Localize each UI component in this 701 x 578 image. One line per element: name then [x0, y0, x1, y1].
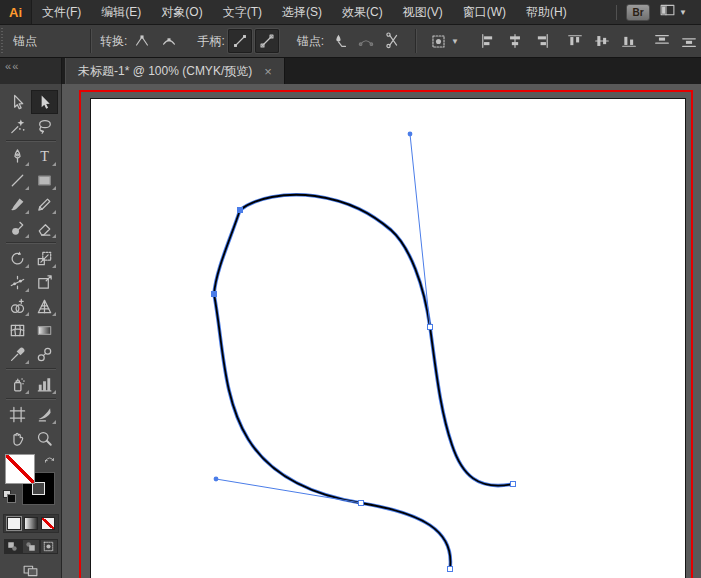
- tool-flyout-indicator: [25, 186, 29, 190]
- remove-anchor-button[interactable]: [327, 29, 351, 53]
- bridge-button[interactable]: Br: [626, 4, 650, 21]
- anchor-point[interactable]: [359, 501, 364, 506]
- pencil-tool[interactable]: [31, 192, 58, 216]
- draw-inside-button[interactable]: [40, 539, 58, 554]
- main-menus: 文件(F)编辑(E)对象(O)文字(T)选择(S)效果(C)视图(V)窗口(W)…: [32, 0, 577, 24]
- magic-wand-tool[interactable]: [4, 114, 31, 138]
- hide-handles-button[interactable]: [255, 29, 279, 53]
- lasso-tool[interactable]: [31, 114, 58, 138]
- align-top-button[interactable]: [563, 29, 587, 53]
- isolate-caret-icon: ▼: [451, 37, 459, 46]
- hand-tool[interactable]: [4, 426, 31, 450]
- gradient-button[interactable]: [24, 517, 38, 530]
- connect-endpoints-button[interactable]: [354, 29, 378, 53]
- blend-tool[interactable]: [31, 342, 58, 366]
- direct-selection-tool[interactable]: [31, 90, 58, 114]
- slice-tool[interactable]: [31, 402, 58, 426]
- menu-item-select[interactable]: 选择(S): [272, 0, 332, 24]
- rotate-tool[interactable]: [4, 246, 31, 270]
- direction-handle-end[interactable]: [214, 477, 219, 482]
- symbol-sprayer-tool[interactable]: [4, 372, 31, 396]
- distribute-center-button[interactable]: [677, 29, 701, 53]
- align-middle-button[interactable]: [590, 29, 614, 53]
- paintbrush-tool[interactable]: [4, 192, 31, 216]
- menu-item-view[interactable]: 视图(V): [393, 0, 453, 24]
- button-gap: [554, 29, 560, 53]
- menu-bar-right: Br ▼: [616, 2, 701, 23]
- anchor-panel-label: 锚点: [13, 33, 37, 50]
- shape-builder-tool[interactable]: [4, 294, 31, 318]
- color-button[interactable]: [7, 517, 21, 530]
- tool-grid: T: [4, 90, 58, 450]
- tools-panel: T: [0, 84, 62, 578]
- pen-tool[interactable]: [4, 144, 31, 168]
- blob-brush-tool[interactable]: [4, 216, 31, 240]
- perspective-grid-tool[interactable]: [31, 294, 58, 318]
- fill-color-swatch[interactable]: [5, 454, 35, 484]
- svg-text:T: T: [40, 148, 49, 164]
- artboard-tool[interactable]: [4, 402, 31, 426]
- menu-item-effect[interactable]: 效果(C): [332, 0, 393, 24]
- distribute-top-button[interactable]: [650, 29, 674, 53]
- direction-handle-end[interactable]: [408, 132, 413, 137]
- isolate-selection-button[interactable]: ▼: [423, 29, 459, 53]
- rectangle-tool[interactable]: [31, 168, 58, 192]
- anchor-point[interactable]: [511, 482, 516, 487]
- menu-item-help[interactable]: 帮助(H): [516, 0, 577, 24]
- default-fill-stroke-button[interactable]: [3, 490, 17, 503]
- handles-button-group: [225, 29, 279, 53]
- tab-close-button[interactable]: ×: [264, 65, 272, 78]
- convert-to-corner-button[interactable]: [130, 29, 154, 53]
- menu-item-edit[interactable]: 编辑(E): [91, 0, 151, 24]
- handles-label: 手柄:: [197, 33, 224, 50]
- anchor-point-selected[interactable]: [238, 208, 243, 213]
- workspace-switcher[interactable]: ▼: [659, 2, 687, 23]
- anchor-point-selected[interactable]: [212, 292, 217, 297]
- anchor-point[interactable]: [448, 567, 453, 572]
- screen-mode-button[interactable]: [22, 562, 39, 578]
- zoom-tool[interactable]: [31, 426, 58, 450]
- menu-item-window[interactable]: 窗口(W): [453, 0, 516, 24]
- menu-item-file[interactable]: 文件(F): [32, 0, 91, 24]
- tool-flyout-indicator: [52, 312, 56, 316]
- fill-stroke-indicator: [3, 454, 59, 510]
- canvas-area[interactable]: [62, 84, 701, 578]
- document-tab[interactable]: 未标题-1* @ 100% (CMYK/预览) ×: [65, 58, 285, 84]
- type-tool[interactable]: T: [31, 144, 58, 168]
- selection-tool[interactable]: [4, 90, 31, 114]
- width-tool[interactable]: [4, 270, 31, 294]
- anchor-point[interactable]: [428, 325, 433, 330]
- control-bar-grip[interactable]: [1, 28, 3, 54]
- eraser-tool[interactable]: [31, 216, 58, 240]
- tool-flyout-indicator: [25, 162, 29, 166]
- align-bottom-button[interactable]: [617, 29, 641, 53]
- app-logo[interactable]: Ai: [0, 0, 32, 24]
- gradient-tool[interactable]: [31, 318, 58, 342]
- free-transform-tool[interactable]: [31, 270, 58, 294]
- column-graph-tool[interactable]: [31, 372, 58, 396]
- align-right-button[interactable]: [530, 29, 554, 53]
- align-left-button[interactable]: [476, 29, 500, 53]
- menu-bar: Ai 文件(F)编辑(E)对象(O)文字(T)选择(S)效果(C)视图(V)窗口…: [0, 0, 701, 25]
- draw-normal-button[interactable]: [4, 539, 22, 554]
- draw-behind-button[interactable]: [22, 539, 40, 554]
- swap-fill-stroke-button[interactable]: [43, 454, 56, 472]
- menu-separator: [616, 5, 617, 20]
- menu-item-object[interactable]: 对象(O): [151, 0, 212, 24]
- control-bar-separator: [90, 29, 92, 53]
- tool-flyout-indicator: [52, 420, 56, 424]
- cut-path-button[interactable]: [381, 29, 405, 53]
- convert-to-smooth-button[interactable]: [157, 29, 181, 53]
- line-segment-tool[interactable]: [4, 168, 31, 192]
- show-handles-button[interactable]: [228, 29, 252, 53]
- path-overlay: [62, 84, 701, 578]
- menu-item-type[interactable]: 文字(T): [213, 0, 272, 24]
- bezier-path[interactable]: [214, 195, 513, 569]
- align-center-button[interactable]: [503, 29, 527, 53]
- toolbar-collapse-button[interactable]: « «: [0, 58, 62, 84]
- scale-tool[interactable]: [31, 246, 58, 270]
- mesh-tool[interactable]: [4, 318, 31, 342]
- paint-style-buttons: [3, 514, 59, 533]
- none-button[interactable]: [41, 517, 55, 530]
- eyedropper-tool[interactable]: [4, 342, 31, 366]
